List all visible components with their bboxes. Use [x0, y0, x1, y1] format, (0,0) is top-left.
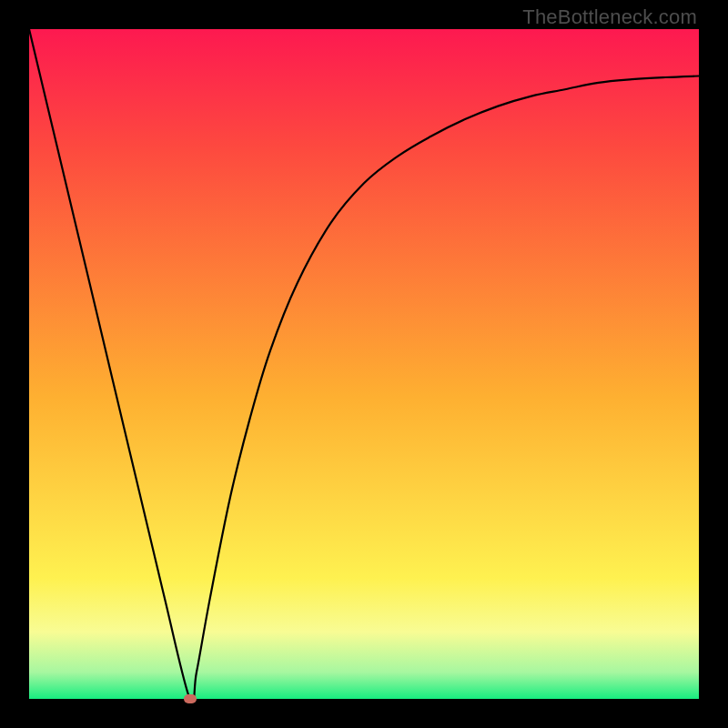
watermark-text: TheBottleneck.com [522, 5, 697, 29]
optimal-point-marker [184, 694, 197, 703]
chart-svg [29, 29, 699, 699]
chart-frame [29, 29, 699, 699]
gradient-background [29, 29, 699, 699]
